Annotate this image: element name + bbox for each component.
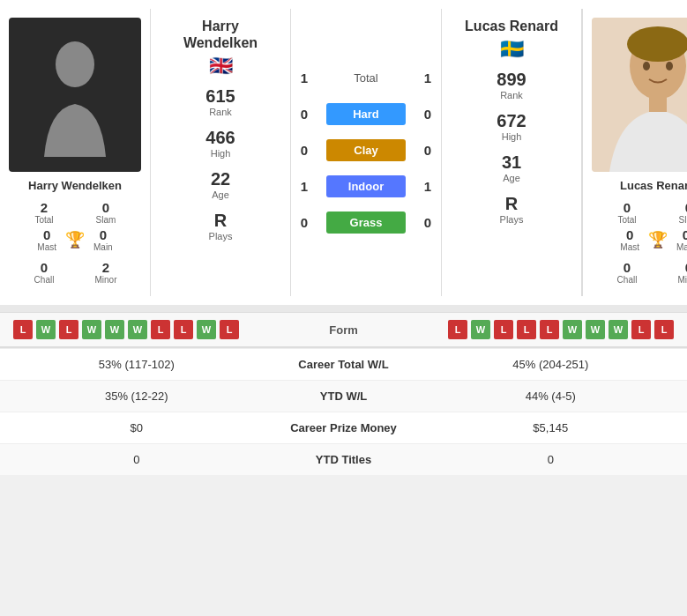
form-section: LWLWWWLLWL Form LWLLLWWWLL: [0, 312, 687, 346]
total-row: 1 Total 1: [295, 71, 437, 85]
right-form-badge: W: [609, 320, 628, 339]
left-player-stats-grid: 2 Total 0 Slam: [9, 197, 141, 227]
stats-row: 0 YTD Titles 0: [0, 443, 687, 475]
left-trophy-icon: 🏆: [65, 230, 85, 249]
right-center-panel: Lucas Renard 🇸🇪 899 Rank 672 High 31 Age…: [441, 9, 582, 296]
left-form-badge: L: [174, 320, 193, 339]
stats-label-0: Career Total W/L: [256, 358, 432, 371]
left-bottom-stats: 0 Chall 2 Minor: [9, 257, 141, 287]
left-total-stat: 2 Total: [13, 197, 75, 227]
stats-right-3: 0: [432, 453, 670, 466]
left-form-badge: L: [220, 320, 239, 339]
clay-row: 0 Clay 0: [295, 139, 437, 161]
left-trophy-row: 0 Mast 🏆 0 Main: [37, 227, 112, 252]
svg-point-5: [643, 62, 650, 71]
right-form-badge: L: [494, 320, 513, 339]
left-player-name-below: Harry Wendelken: [28, 179, 122, 192]
left-form-badge: L: [59, 320, 78, 339]
surfaces-panel: 1 Total 1 0 Hard 0 0 Clay 0 1 Indoor 1 0: [291, 9, 441, 296]
stats-left-1: 35% (12-22): [18, 390, 256, 403]
section-divider: [0, 305, 687, 312]
players-section: Harry Wendelken 2 Total 0 Slam 0 Mast 🏆: [0, 0, 687, 305]
stats-right-1: 44% (4-5): [432, 390, 670, 403]
left-high-stat: 466 High: [205, 128, 235, 159]
left-rank-stat: 615 Rank: [205, 86, 235, 117]
svg-point-3: [627, 26, 687, 62]
right-trophy-icon: 🏆: [648, 230, 668, 249]
stats-left-2: $0: [18, 421, 256, 434]
stats-section: 53% (117-102) Career Total W/L 45% (204-…: [0, 346, 687, 475]
right-player-name: Lucas Renard: [465, 18, 558, 34]
right-trophy-row: 0 Mast 🏆 0 Main: [620, 227, 687, 252]
right-form-badge: W: [563, 320, 582, 339]
left-chall-stat: 0 Chall: [13, 257, 75, 287]
right-form-badge: W: [586, 320, 605, 339]
stats-right-2: $5,145: [432, 421, 670, 434]
right-plays-stat: R Plays: [500, 194, 524, 225]
main-container: Harry Wendelken 2 Total 0 Slam 0 Mast 🏆: [0, 0, 687, 475]
svg-rect-4: [649, 93, 667, 112]
left-form-badge: W: [105, 320, 124, 339]
left-form-badge: W: [128, 320, 147, 339]
left-main-stat: 0 Main: [93, 227, 113, 252]
left-age-stat: 22 Age: [211, 169, 230, 200]
left-form-badge: W: [82, 320, 101, 339]
left-form-badge: W: [36, 320, 56, 339]
right-form-badge: L: [631, 320, 651, 339]
right-form-badge: L: [654, 320, 674, 339]
left-flag: 🇬🇧: [209, 55, 233, 78]
left-mast-stat: 0 Mast: [37, 227, 56, 252]
left-slam-stat: 0 Slam: [75, 197, 137, 227]
grass-row: 0 Grass 0: [295, 212, 437, 234]
stats-row: 35% (12-22) YTD W/L 44% (4-5): [0, 380, 687, 412]
form-label: Form: [291, 323, 397, 337]
right-player-name-below: Lucas Renard: [620, 179, 687, 192]
right-form-badge: L: [517, 320, 536, 339]
svg-point-6: [666, 62, 673, 71]
stats-label-1: YTD W/L: [256, 390, 432, 403]
right-player-section: Lucas Renard 0 Total 0 Slam 0 Mast 🏆: [582, 9, 687, 296]
right-slam-stat: 0 Slam: [658, 197, 687, 227]
right-player-stats-grid: 0 Total 0 Slam: [592, 197, 687, 227]
right-flag: 🇸🇪: [500, 38, 524, 61]
right-high-stat: 672 High: [497, 111, 526, 142]
left-form-badge: L: [151, 320, 170, 339]
left-player-avatar: [9, 18, 141, 172]
left-form-badge: W: [197, 320, 216, 339]
left-player-section: Harry Wendelken 2 Total 0 Slam 0 Mast 🏆: [0, 9, 150, 296]
stats-label-2: Career Prize Money: [256, 421, 432, 434]
left-player-name: Harry Wendelken: [183, 18, 258, 51]
hard-row: 0 Hard 0: [295, 103, 437, 125]
right-chall-stat: 0 Chall: [596, 257, 658, 287]
stats-right-0: 45% (204-251): [432, 358, 670, 371]
stats-row: 53% (117-102) Career Total W/L 45% (204-…: [0, 348, 687, 380]
right-bottom-stats: 0 Chall 0 Minor: [592, 257, 687, 287]
indoor-row: 1 Indoor 1: [295, 175, 437, 197]
right-form-badge: L: [540, 320, 559, 339]
left-plays-stat: R Plays: [209, 211, 233, 241]
right-player-avatar: [592, 18, 687, 172]
right-mast-stat: 0 Mast: [620, 227, 639, 252]
right-form-badge: W: [471, 320, 490, 339]
stats-left-3: 0: [18, 453, 256, 466]
left-center-panel: Harry Wendelken 🇬🇧 615 Rank 466 High 22 …: [150, 9, 291, 296]
right-minor-stat: 0 Minor: [658, 257, 687, 287]
right-rank-stat: 899 Rank: [497, 70, 526, 100]
left-minor-stat: 2 Minor: [75, 257, 137, 287]
left-form: LWLWWWLLWL: [13, 320, 291, 339]
right-total-stat: 0 Total: [596, 197, 658, 227]
stats-row: $0 Career Prize Money $5,145: [0, 412, 687, 443]
stats-left-0: 53% (117-102): [18, 358, 256, 371]
left-form-badge: L: [13, 320, 33, 339]
stats-label-3: YTD Titles: [256, 453, 432, 466]
right-main-stat: 0 Main: [676, 227, 687, 252]
right-age-stat: 31 Age: [502, 152, 521, 183]
right-form: LWLLLWWWLL: [397, 320, 675, 339]
svg-point-0: [56, 41, 94, 87]
right-form-badge: L: [448, 320, 467, 339]
